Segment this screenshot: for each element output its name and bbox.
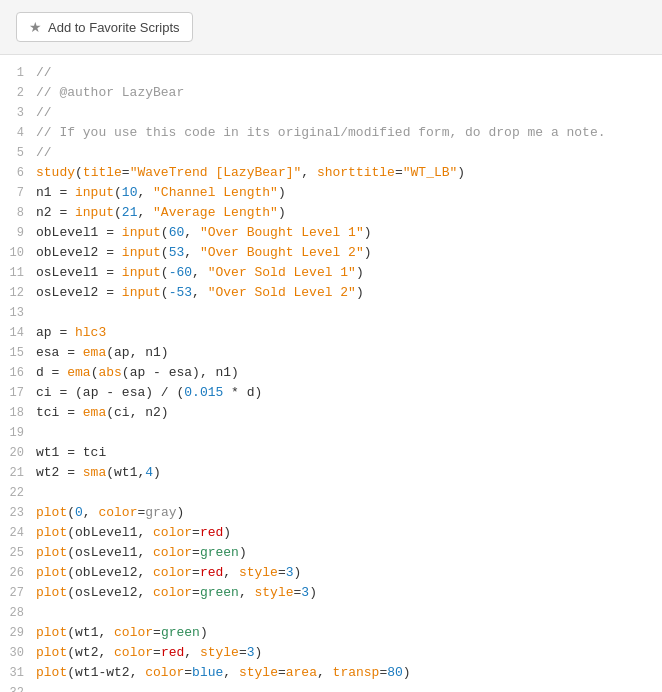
line-content: obLevel2 = input(53, "Over Bought Level … — [36, 243, 662, 263]
code-editor: 1 // 2 // @author LazyBear 3 // 4 // If … — [0, 55, 662, 692]
code-line: 8 n2 = input(21, "Average Length") — [0, 203, 662, 223]
line-number: 25 — [0, 543, 36, 563]
line-content: plot(0, color=gray) — [36, 503, 662, 523]
line-number: 12 — [0, 283, 36, 303]
line-number: 15 — [0, 343, 36, 363]
toolbar: ★ Add to Favorite Scripts — [0, 0, 662, 55]
line-number: 24 — [0, 523, 36, 543]
line-content: plot(wt1, color=green) — [36, 623, 662, 643]
code-line: 16 d = ema(abs(ap - esa), n1) — [0, 363, 662, 383]
line-number: 27 — [0, 583, 36, 603]
code-line: 11 osLevel1 = input(-60, "Over Sold Leve… — [0, 263, 662, 283]
line-content: ap = hlc3 — [36, 323, 662, 343]
line-number: 5 — [0, 143, 36, 163]
code-line: 18 tci = ema(ci, n2) — [0, 403, 662, 423]
line-content: plot(obLevel1, color=red) — [36, 523, 662, 543]
code-line: 27 plot(osLevel2, color=green, style=3) — [0, 583, 662, 603]
line-content: n1 = input(10, "Channel Length") — [36, 183, 662, 203]
code-line: 19 — [0, 423, 662, 443]
code-line: 15 esa = ema(ap, n1) — [0, 343, 662, 363]
line-number: 7 — [0, 183, 36, 203]
line-content: d = ema(abs(ap - esa), n1) — [36, 363, 662, 383]
line-number: 17 — [0, 383, 36, 403]
line-content: osLevel2 = input(-53, "Over Sold Level 2… — [36, 283, 662, 303]
star-icon: ★ — [29, 19, 42, 35]
line-number: 6 — [0, 163, 36, 183]
line-number: 13 — [0, 303, 36, 323]
line-content: esa = ema(ap, n1) — [36, 343, 662, 363]
code-line: 2 // @author LazyBear — [0, 83, 662, 103]
line-content — [36, 683, 662, 692]
line-content: tci = ema(ci, n2) — [36, 403, 662, 423]
code-line: 28 — [0, 603, 662, 623]
line-content: plot(wt1-wt2, color=blue, style=area, tr… — [36, 663, 662, 683]
code-line: 22 — [0, 483, 662, 503]
line-number: 8 — [0, 203, 36, 223]
fav-button-label: Add to Favorite Scripts — [48, 20, 180, 35]
code-line: 10 obLevel2 = input(53, "Over Bought Lev… — [0, 243, 662, 263]
code-line: 13 — [0, 303, 662, 323]
line-content — [36, 303, 662, 323]
line-number: 32 — [0, 683, 36, 692]
line-number: 3 — [0, 103, 36, 123]
line-number: 31 — [0, 663, 36, 683]
line-content: osLevel1 = input(-60, "Over Sold Level 1… — [36, 263, 662, 283]
code-line: 9 obLevel1 = input(60, "Over Bought Leve… — [0, 223, 662, 243]
code-line: 24 plot(obLevel1, color=red) — [0, 523, 662, 543]
line-number: 14 — [0, 323, 36, 343]
line-content: // If you use this code in its original/… — [36, 123, 662, 143]
line-number: 1 — [0, 63, 36, 83]
line-content: plot(osLevel1, color=green) — [36, 543, 662, 563]
line-number: 11 — [0, 263, 36, 283]
line-number: 9 — [0, 223, 36, 243]
line-content: wt2 = sma(wt1,4) — [36, 463, 662, 483]
line-content: study(title="WaveTrend [LazyBear]", shor… — [36, 163, 662, 183]
code-line: 7 n1 = input(10, "Channel Length") — [0, 183, 662, 203]
code-line: 6 study(title="WaveTrend [LazyBear]", sh… — [0, 163, 662, 183]
code-line: 21 wt2 = sma(wt1,4) — [0, 463, 662, 483]
line-number: 2 — [0, 83, 36, 103]
code-line: 31 plot(wt1-wt2, color=blue, style=area,… — [0, 663, 662, 683]
line-content: plot(obLevel2, color=red, style=3) — [36, 563, 662, 583]
line-content — [36, 483, 662, 503]
line-number: 21 — [0, 463, 36, 483]
line-number: 28 — [0, 603, 36, 623]
line-number: 19 — [0, 423, 36, 443]
code-line: 4 // If you use this code in its origina… — [0, 123, 662, 143]
line-number: 18 — [0, 403, 36, 423]
code-line: 25 plot(osLevel1, color=green) — [0, 543, 662, 563]
line-content: // @author LazyBear — [36, 83, 662, 103]
code-line: 5 // — [0, 143, 662, 163]
code-line: 12 osLevel2 = input(-53, "Over Sold Leve… — [0, 283, 662, 303]
line-content: // — [36, 143, 662, 163]
line-content: // — [36, 103, 662, 123]
code-line: 14 ap = hlc3 — [0, 323, 662, 343]
line-number: 30 — [0, 643, 36, 663]
line-number: 4 — [0, 123, 36, 143]
line-content: ci = (ap - esa) / (0.015 * d) — [36, 383, 662, 403]
line-number: 20 — [0, 443, 36, 463]
line-number: 29 — [0, 623, 36, 643]
line-content: n2 = input(21, "Average Length") — [36, 203, 662, 223]
code-line: 30 plot(wt2, color=red, style=3) — [0, 643, 662, 663]
line-content — [36, 603, 662, 623]
line-content — [36, 423, 662, 443]
code-line: 23 plot(0, color=gray) — [0, 503, 662, 523]
code-line: 29 plot(wt1, color=green) — [0, 623, 662, 643]
code-line: 26 plot(obLevel2, color=red, style=3) — [0, 563, 662, 583]
line-number: 22 — [0, 483, 36, 503]
code-line: 32 — [0, 683, 662, 692]
line-content: // — [36, 63, 662, 83]
line-number: 16 — [0, 363, 36, 383]
line-content: plot(osLevel2, color=green, style=3) — [36, 583, 662, 603]
line-content: obLevel1 = input(60, "Over Bought Level … — [36, 223, 662, 243]
line-number: 23 — [0, 503, 36, 523]
line-number: 26 — [0, 563, 36, 583]
code-line: 20 wt1 = tci — [0, 443, 662, 463]
add-to-favorites-button[interactable]: ★ Add to Favorite Scripts — [16, 12, 193, 42]
code-line: 17 ci = (ap - esa) / (0.015 * d) — [0, 383, 662, 403]
line-content: wt1 = tci — [36, 443, 662, 463]
code-line: 3 // — [0, 103, 662, 123]
line-number: 10 — [0, 243, 36, 263]
line-content: plot(wt2, color=red, style=3) — [36, 643, 662, 663]
